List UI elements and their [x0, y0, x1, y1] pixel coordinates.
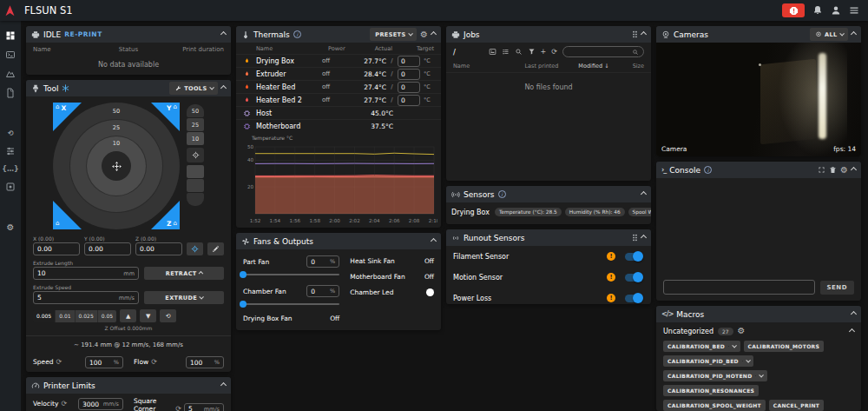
chamber-fan-value-field[interactable]: 0% — [306, 285, 339, 297]
zoffset-step-button[interactable]: 0.025 — [76, 310, 98, 322]
macro-button[interactable]: CALIBRATION_PID_HOTEND — [663, 370, 767, 381]
z-home-button[interactable] — [187, 148, 204, 162]
macro-button[interactable]: CANCEL_PRINT — [769, 400, 824, 411]
position-y-field[interactable]: 0.00 — [84, 242, 131, 255]
tools-menu-button[interactable]: TOOLS — [169, 82, 218, 95]
macro-button[interactable]: CALIBRATION_PID_BED — [663, 355, 753, 367]
search-icon[interactable] — [515, 48, 523, 56]
collapse-icon[interactable] — [641, 31, 647, 37]
extrude-speed-field[interactable]: 5mm/s — [33, 291, 139, 304]
console-log[interactable] — [656, 178, 861, 275]
z-step-up-50[interactable]: 50 — [187, 104, 204, 117]
velocity-field[interactable]: 3000mm/s — [78, 398, 123, 410]
motion-sensor-toggle[interactable] — [625, 274, 641, 282]
collapse-icon[interactable] — [641, 191, 647, 197]
zoffset-step-button[interactable]: 0.05 — [98, 310, 116, 322]
warning-icon[interactable]: ! — [607, 294, 615, 302]
plus-icon[interactable]: + — [541, 49, 547, 56]
macro-button[interactable]: CALIBRATION_BED — [663, 341, 740, 352]
info-icon[interactable]: i — [498, 190, 506, 198]
macro-dropdown[interactable] — [728, 346, 736, 348]
collapse-icon[interactable] — [431, 238, 437, 244]
collapse-icon[interactable] — [220, 382, 227, 388]
presets-button[interactable]: PRESETS — [370, 28, 417, 41]
filament-sensor-toggle[interactable] — [625, 253, 641, 261]
target-temp-input[interactable]: 0 — [398, 82, 420, 93]
speed-slider[interactable] — [33, 371, 123, 372]
chamber-fan-slider[interactable] — [243, 300, 339, 308]
breadcrumb[interactable]: / — [453, 48, 456, 56]
sidebar-tune-icon[interactable] — [5, 146, 16, 156]
sidebar-configuration-icon[interactable]: {…} — [2, 165, 18, 173]
gear-icon[interactable]: ⚙ — [420, 30, 428, 39]
camera-stream[interactable]: Camera fps: 14 — [656, 43, 861, 156]
babystep-up-button[interactable]: ▲ — [120, 309, 136, 322]
collapse-icon[interactable] — [220, 85, 227, 91]
jobs-search-input[interactable] — [562, 46, 644, 57]
column-label[interactable]: Last printed — [517, 63, 566, 70]
slider-thumb[interactable] — [240, 271, 247, 278]
notifications-bell-icon[interactable] — [812, 5, 823, 16]
collapse-icon[interactable] — [851, 167, 857, 173]
jog-distance-50[interactable]: 50 — [113, 108, 120, 115]
reset-icon[interactable]: ⟳ — [151, 359, 157, 366]
z-step-down-10[interactable] — [187, 165, 204, 178]
sidebar-dashboard-icon[interactable] — [5, 30, 16, 41]
filter-icon[interactable] — [528, 48, 536, 56]
position-x-field[interactable]: 0.00 — [33, 242, 80, 255]
z-step-down-50[interactable] — [187, 193, 204, 206]
refresh-icon[interactable]: ⟳ — [551, 49, 557, 56]
z-step-up-25[interactable]: 25 — [187, 118, 204, 131]
jog-distance-10[interactable]: 10 — [113, 140, 120, 147]
column-label[interactable]: Name — [453, 63, 514, 70]
menu-icon[interactable] — [849, 5, 859, 16]
extrude-button[interactable]: EXTRUDE — [144, 291, 224, 304]
speed-value-field[interactable]: 100% — [85, 356, 123, 368]
warning-icon[interactable]: ! — [607, 252, 615, 261]
gear-icon[interactable]: ⚙ — [738, 327, 746, 335]
set-position-button[interactable] — [187, 242, 203, 255]
jog-distance-25[interactable]: 25 — [113, 124, 120, 131]
gear-icon[interactable]: ⚙ — [840, 166, 848, 175]
babystep-down-button[interactable]: ▼ — [140, 309, 156, 322]
collapse-icon[interactable] — [431, 31, 437, 37]
image-icon[interactable] — [489, 48, 496, 56]
power-loss-toggle[interactable] — [625, 295, 641, 302]
column-label[interactable]: Size — [621, 63, 644, 70]
reset-icon[interactable]: ⟳ — [56, 359, 62, 366]
collapse-icon[interactable] — [849, 328, 855, 334]
macro-button[interactable]: CALIBRATION_SPOOL_WEIGHT — [663, 400, 766, 411]
target-temp-input[interactable]: 0 — [398, 95, 420, 106]
reset-icon[interactable]: ⟳ — [175, 406, 181, 411]
info-icon[interactable]: i — [293, 30, 301, 38]
drag-icon[interactable] — [632, 30, 638, 38]
collapse-icon[interactable] — [851, 31, 857, 37]
extrude-length-field[interactable]: 10mm — [33, 267, 139, 280]
expand-icon[interactable] — [818, 166, 825, 174]
sidebar-console-icon[interactable] — [5, 50, 16, 60]
camera-selector-button[interactable]: ALL — [810, 28, 848, 41]
retract-button[interactable]: RETRACT — [144, 267, 224, 280]
part-fan-slider[interactable] — [243, 270, 339, 279]
emergency-stop-button[interactable] — [782, 3, 805, 17]
sidebar-history-icon[interactable]: ⟲ — [8, 129, 14, 137]
reset-icon[interactable]: ⟳ — [61, 401, 67, 408]
list-view-icon[interactable] — [502, 48, 510, 56]
edit-position-button[interactable] — [207, 242, 224, 255]
flow-value-field[interactable]: 100% — [186, 356, 224, 368]
target-temp-input[interactable]: 0 — [398, 56, 420, 67]
zoffset-undo-button[interactable]: ⟲ — [160, 309, 176, 322]
xy-jog-pad[interactable]: 50 25 10 ⌂X Y⌂ ⌂ Z⌂ — [53, 103, 180, 229]
account-icon[interactable] — [831, 5, 841, 16]
info-icon[interactable]: i — [704, 166, 712, 174]
send-button[interactable]: SEND — [820, 281, 855, 295]
macro-dropdown[interactable] — [742, 361, 750, 362]
chamber-led-toggle[interactable] — [426, 288, 434, 296]
macro-dropdown[interactable] — [755, 375, 763, 377]
trash-icon[interactable] — [829, 166, 837, 174]
part-fan-value-field[interactable]: 0% — [306, 255, 339, 268]
warning-icon[interactable]: ! — [607, 273, 615, 282]
macro-button[interactable]: CALIBRATION_MOTORS — [744, 341, 825, 352]
console-input[interactable] — [663, 280, 815, 295]
z-step-up-10[interactable]: 10 — [187, 132, 204, 145]
